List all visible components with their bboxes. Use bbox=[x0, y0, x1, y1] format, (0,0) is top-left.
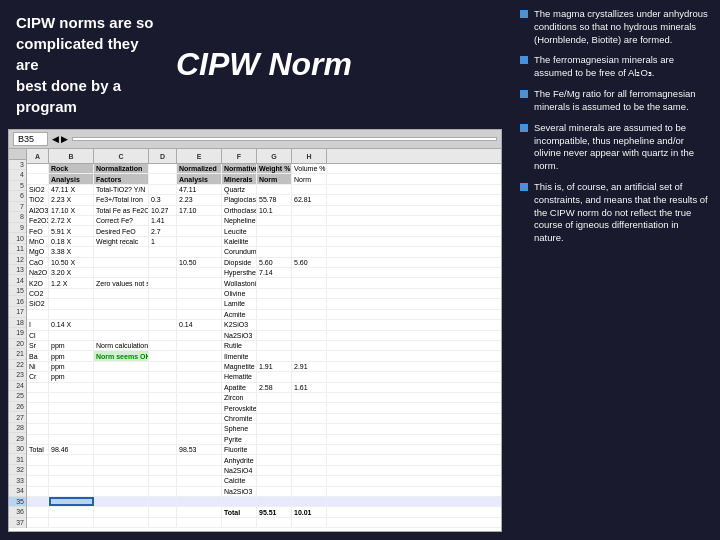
cell-e21[interactable] bbox=[177, 351, 222, 360]
cell-a20[interactable]: Sr bbox=[27, 341, 49, 350]
cell-f18[interactable]: K2SiO3 bbox=[222, 320, 257, 329]
table-row[interactable]: I 0.14 X 0.14 K2SiO3 bbox=[27, 320, 501, 330]
cell-h3[interactable]: Volume % bbox=[292, 164, 327, 173]
cell-d26[interactable] bbox=[149, 403, 177, 412]
cell-d17[interactable] bbox=[149, 310, 177, 319]
cell-d7[interactable]: 10.27 bbox=[149, 206, 177, 215]
cell-reference[interactable]: B35 bbox=[13, 132, 48, 146]
cell-e9[interactable] bbox=[177, 226, 222, 235]
cell-a10[interactable]: MnO bbox=[27, 237, 49, 246]
table-row[interactable]: Chromite bbox=[27, 414, 501, 424]
cell-f16[interactable]: Lamite bbox=[222, 299, 257, 308]
cell-a6[interactable]: TiO2 bbox=[27, 195, 49, 204]
cell-c24[interactable] bbox=[94, 383, 149, 392]
cell-a19[interactable]: Cl bbox=[27, 331, 49, 340]
cell-d34[interactable] bbox=[149, 487, 177, 496]
cell-e20[interactable] bbox=[177, 341, 222, 350]
cell-d12[interactable] bbox=[149, 258, 177, 267]
formula-btn-fwd[interactable]: ▶ bbox=[61, 134, 68, 144]
formula-input[interactable] bbox=[72, 137, 497, 141]
cell-b22[interactable]: ppm bbox=[49, 362, 94, 371]
cell-d37[interactable] bbox=[149, 518, 177, 527]
cell-d32[interactable] bbox=[149, 466, 177, 475]
cell-c20[interactable]: Norm calculation check: bbox=[94, 341, 149, 350]
cell-c11[interactable] bbox=[94, 247, 149, 256]
cell-a16[interactable]: SiO2 bbox=[27, 299, 49, 308]
cell-b7[interactable]: 17.10 X bbox=[49, 206, 94, 215]
cell-c22[interactable] bbox=[94, 362, 149, 371]
cell-a18[interactable]: I bbox=[27, 320, 49, 329]
cell-e22[interactable] bbox=[177, 362, 222, 371]
cell-g37[interactable] bbox=[257, 518, 292, 527]
cell-b27[interactable] bbox=[49, 414, 94, 423]
cell-g13[interactable]: 7.14 bbox=[257, 268, 292, 277]
cell-e36[interactable] bbox=[177, 507, 222, 516]
cell-a28[interactable] bbox=[27, 424, 49, 433]
cell-h19[interactable] bbox=[292, 331, 327, 340]
cell-b9[interactable]: 5.91 X bbox=[49, 226, 94, 235]
cell-b33[interactable] bbox=[49, 476, 94, 485]
cell-g32[interactable] bbox=[257, 466, 292, 475]
table-row[interactable]: Calcite bbox=[27, 476, 501, 486]
cell-g24[interactable]: 2.58 bbox=[257, 383, 292, 392]
cell-d36[interactable] bbox=[149, 507, 177, 516]
cell-c35[interactable] bbox=[94, 497, 149, 506]
cell-h35[interactable] bbox=[292, 497, 327, 506]
table-row[interactable]: Anhydrite bbox=[27, 455, 501, 465]
cell-d5[interactable] bbox=[149, 185, 177, 194]
cell-f28[interactable]: Sphene bbox=[222, 424, 257, 433]
cell-c33[interactable] bbox=[94, 476, 149, 485]
cell-f25[interactable]: Zircon bbox=[222, 393, 257, 402]
cell-g12[interactable]: 5.60 bbox=[257, 258, 292, 267]
cell-d19[interactable] bbox=[149, 331, 177, 340]
cell-h8[interactable] bbox=[292, 216, 327, 225]
cell-h29[interactable] bbox=[292, 435, 327, 444]
cell-d20[interactable] bbox=[149, 341, 177, 350]
table-row[interactable]: Analysis Factors Analysis Minerals Norm … bbox=[27, 174, 501, 184]
cell-b10[interactable]: 0.18 X bbox=[49, 237, 94, 246]
cell-a15[interactable]: CO2 bbox=[27, 289, 49, 298]
cell-g11[interactable] bbox=[257, 247, 292, 256]
cell-b18[interactable]: 0.14 X bbox=[49, 320, 94, 329]
cell-e14[interactable] bbox=[177, 278, 222, 287]
cell-g36[interactable]: 95.51 bbox=[257, 507, 292, 516]
cell-b17[interactable] bbox=[49, 310, 94, 319]
cell-a33[interactable] bbox=[27, 476, 49, 485]
cell-f21[interactable]: Ilmenite bbox=[222, 351, 257, 360]
cell-f4[interactable]: Minerals bbox=[222, 174, 257, 183]
cell-e26[interactable] bbox=[177, 403, 222, 412]
table-row[interactable]: SiO2 Lamite bbox=[27, 299, 501, 309]
table-row[interactable]: Ni ppm Magnetite 1.91 2.91 bbox=[27, 362, 501, 372]
cell-h12[interactable]: 5.60 bbox=[292, 258, 327, 267]
cell-f23[interactable]: Hematite bbox=[222, 372, 257, 381]
table-row[interactable]: Na2SiO3 bbox=[27, 487, 501, 497]
cell-g10[interactable] bbox=[257, 237, 292, 246]
cell-b34[interactable] bbox=[49, 487, 94, 496]
cell-a3[interactable] bbox=[27, 164, 49, 173]
table-row[interactable]: Pyrite bbox=[27, 435, 501, 445]
cell-b15[interactable] bbox=[49, 289, 94, 298]
cell-e23[interactable] bbox=[177, 372, 222, 381]
cell-h14[interactable] bbox=[292, 278, 327, 287]
cell-g35[interactable] bbox=[257, 497, 292, 506]
cell-b28[interactable] bbox=[49, 424, 94, 433]
cell-g7[interactable]: 10.1 bbox=[257, 206, 292, 215]
cell-d16[interactable] bbox=[149, 299, 177, 308]
cell-f8[interactable]: Nepheline bbox=[222, 216, 257, 225]
cell-b30[interactable]: 98.46 bbox=[49, 445, 94, 454]
table-row[interactable]: Apatite 2.58 1.61 bbox=[27, 383, 501, 393]
cell-h36[interactable]: 10.01 bbox=[292, 507, 327, 516]
cell-a32[interactable] bbox=[27, 466, 49, 475]
cell-h6[interactable]: 62.81 bbox=[292, 195, 327, 204]
table-row[interactable]: Ba ppm Norm seems OK Ilmenite bbox=[27, 351, 501, 361]
cell-h17[interactable] bbox=[292, 310, 327, 319]
cell-b11[interactable]: 3.38 X bbox=[49, 247, 94, 256]
cell-d8[interactable]: 1.41 bbox=[149, 216, 177, 225]
cell-e15[interactable] bbox=[177, 289, 222, 298]
cell-h13[interactable] bbox=[292, 268, 327, 277]
cell-g21[interactable] bbox=[257, 351, 292, 360]
cell-f36[interactable]: Total bbox=[222, 507, 257, 516]
table-row[interactable]: FeO 5.91 X Desired FeO 2.7 Leucite bbox=[27, 226, 501, 236]
cell-h23[interactable] bbox=[292, 372, 327, 381]
cell-f26[interactable]: Perovskite bbox=[222, 403, 257, 412]
